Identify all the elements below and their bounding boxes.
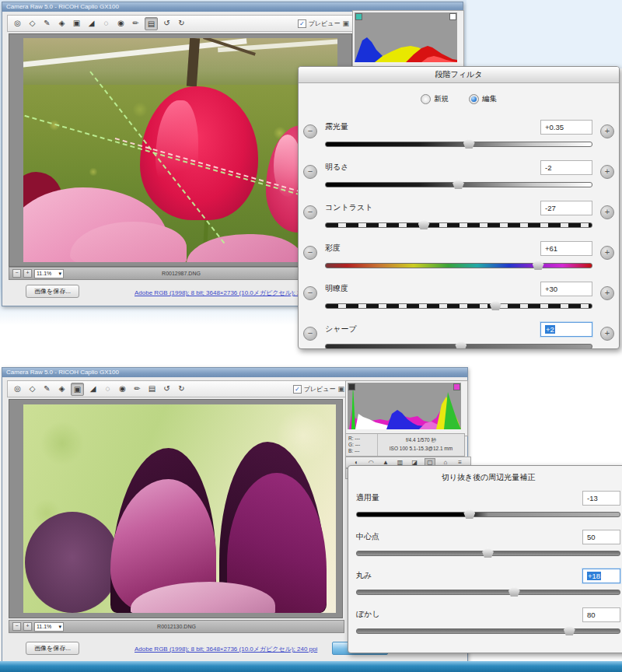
straighten-tool-icon[interactable]: ◢ (86, 17, 97, 29)
slider-value-field[interactable]: -2 (540, 160, 592, 175)
color-sampler-tool-icon[interactable]: ◈ (56, 17, 68, 29)
slider-track[interactable] (356, 551, 620, 556)
adjustment-brush-tool-icon[interactable]: ✏ (131, 383, 143, 394)
preview-checkbox[interactable]: ✓ (293, 385, 302, 394)
slider-thumb[interactable] (482, 548, 494, 558)
slider-value-field[interactable]: +61 (540, 241, 592, 256)
slider-track[interactable] (325, 142, 592, 147)
decrease-button[interactable]: − (303, 165, 317, 179)
slider-track[interactable] (325, 182, 592, 187)
graduated-filter-tool-icon[interactable]: ▤ (146, 383, 158, 394)
white-balance-tool-icon[interactable]: ✎ (41, 17, 53, 29)
shadow-clip-warning-toggle[interactable] (355, 13, 362, 20)
slider-value-field[interactable]: -13 (582, 491, 620, 506)
slider-value-field[interactable]: 80 (582, 607, 620, 622)
radio-new-icon[interactable] (421, 94, 431, 104)
slider-thumb[interactable] (463, 138, 475, 149)
preview-label: プレビュー (309, 19, 341, 28)
decrease-button[interactable]: − (303, 327, 317, 341)
rgb-exif-readout: R: --- G: --- B: --- f/4.4 1/570 秒 ISO 1… (345, 433, 465, 457)
red-eye-tool-icon[interactable]: ◉ (115, 17, 127, 29)
save-image-button[interactable]: 画像を保存... (26, 285, 79, 298)
slider-thumb[interactable] (508, 586, 520, 597)
adjustment-brush-tool-icon[interactable]: ✏ (130, 17, 142, 29)
save-image-button[interactable]: 画像を保存... (26, 642, 79, 655)
highlight-clip-warning-toggle[interactable] (449, 13, 456, 20)
fullscreen-toggle-icon[interactable]: ▣ (337, 385, 344, 393)
slider-label: 彩度 (325, 243, 341, 254)
straighten-tool-icon[interactable]: ◢ (87, 383, 99, 394)
slider-label: ぼかし (356, 609, 380, 620)
increase-button[interactable]: + (600, 124, 614, 138)
workflow-options-link[interactable]: Adobe RGB (1998); 8 bit; 3648×2736 (10.0… (135, 289, 317, 297)
hand-tool-icon[interactable]: ◇ (26, 17, 38, 29)
slider-value-field[interactable]: -27 (540, 201, 592, 215)
decrease-button[interactable]: − (303, 124, 317, 138)
spot-removal-tool-icon[interactable]: ◌ (100, 17, 112, 29)
graduated-filter-tool-icon[interactable]: ▤ (145, 17, 158, 30)
exif-exposure: f/4.4 1/570 秒 (406, 437, 436, 443)
slider-thumb[interactable] (418, 219, 430, 229)
slider-value-field[interactable]: 50 (582, 530, 620, 544)
slider-track[interactable] (325, 263, 592, 268)
slider-thumb[interactable] (453, 179, 464, 189)
slider-thumb[interactable] (463, 509, 475, 519)
radio-edit-icon[interactable] (469, 94, 479, 104)
increase-button[interactable]: + (600, 327, 614, 341)
hand-tool-icon[interactable]: ◇ (26, 383, 38, 394)
highlight-clip-warning-toggle[interactable] (453, 383, 460, 390)
preview-checkbox[interactable]: ✓ (298, 19, 306, 28)
zoom-tool-icon[interactable]: ◎ (12, 17, 23, 29)
slider-value-field[interactable]: +0.35 (540, 120, 592, 135)
crop-tool-icon[interactable]: ▣ (71, 383, 84, 396)
increase-button[interactable]: + (600, 165, 614, 179)
slider-track[interactable] (325, 222, 592, 228)
slider-track[interactable] (325, 344, 592, 349)
slider-thumb[interactable] (490, 300, 501, 310)
slider-track[interactable] (356, 628, 620, 634)
slider-row: − 明るさ -2 + (299, 155, 619, 195)
slider-list: 適用量 -13 中心点 50 丸み +1 (348, 486, 622, 642)
rotate-right-icon[interactable]: ↻ (176, 383, 187, 394)
decrease-button[interactable]: − (303, 286, 317, 300)
decrease-button[interactable]: − (303, 205, 317, 219)
crop-tool-icon[interactable]: ▣ (71, 17, 82, 29)
slider-row: 丸み +18 (348, 564, 622, 603)
slider-label: 中心点 (356, 531, 379, 542)
rotate-left-icon[interactable]: ↺ (161, 383, 173, 394)
radio-new[interactable]: 新規 (421, 94, 449, 104)
slider-track[interactable] (356, 512, 620, 517)
increase-button[interactable]: + (600, 246, 614, 260)
radio-edit[interactable]: 編集 (469, 94, 497, 104)
histogram-panel (345, 380, 468, 436)
slider-track[interactable] (356, 590, 620, 595)
slider-thumb[interactable] (533, 260, 544, 270)
zoom-tool-icon[interactable]: ◎ (12, 383, 23, 394)
color-sampler-tool-icon[interactable]: ◈ (56, 383, 68, 394)
increase-button[interactable]: + (600, 205, 614, 219)
white-balance-tool-icon[interactable]: ✎ (41, 383, 53, 394)
slider-value-field[interactable]: +2 (540, 322, 592, 337)
rgb-r-value: R: --- (348, 436, 360, 441)
increase-button[interactable]: + (600, 286, 614, 300)
red-eye-tool-icon[interactable]: ◉ (117, 383, 128, 394)
spot-removal-tool-icon[interactable]: ◌ (102, 383, 114, 394)
rotate-right-icon[interactable]: ↻ (176, 17, 187, 29)
slider-row: − 彩度 +61 + (299, 236, 619, 276)
desktop-backdrop-right (466, 0, 622, 68)
fullscreen-toggle-icon[interactable]: ▣ (342, 19, 349, 27)
slider-thumb[interactable] (455, 341, 466, 349)
slider-value-field[interactable]: +30 (540, 282, 592, 296)
decrease-button[interactable]: − (303, 246, 317, 260)
preview-photo-purple-tulip (23, 404, 336, 613)
slider-thumb[interactable] (564, 625, 575, 635)
slider-label: 明るさ (325, 162, 348, 173)
shadow-clip-warning-toggle[interactable] (348, 383, 355, 390)
slider-label: 明瞭度 (325, 283, 348, 294)
toolbar: ◎◇✎◈▣◢◌◉✏▤↺↻ ✓ プレビュー ▣ (7, 380, 349, 397)
slider-value-field[interactable]: +18 (582, 569, 620, 583)
workflow-options-link[interactable]: Adobe RGB (1998); 8 bit; 3648×2736 (10.0… (135, 645, 317, 653)
rotate-left-icon[interactable]: ↺ (161, 17, 173, 29)
slider-track[interactable] (325, 303, 592, 309)
rgb-b-value: B: --- (348, 448, 359, 453)
